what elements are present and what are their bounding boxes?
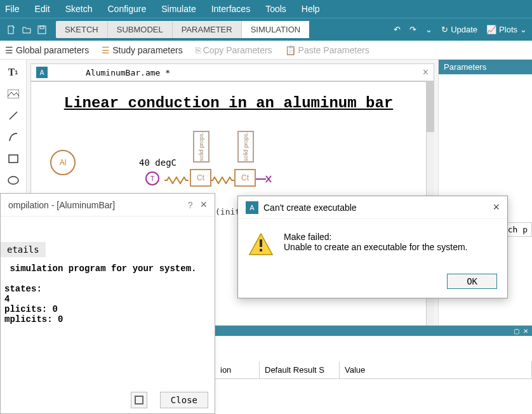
tab-submodel[interactable]: SUBMODEL [108,21,173,38]
close-button[interactable]: Close [160,392,208,408]
al-node[interactable]: Al [50,150,76,175]
results-pane-header: ▢ ✕ [215,326,532,336]
parameters-panel-header: Parameters [439,60,532,74]
error-title-bar: A Can't create executable × [238,196,507,219]
error-line1: Make failed: [284,232,468,242]
stop-button[interactable] [131,392,147,408]
document-tab: A AluminumBar.ame * × [30,63,434,81]
undo-icon[interactable]: ↶ [394,25,401,34]
error-line2: Unable to create an executable for the s… [284,242,468,252]
dropdown-icon[interactable]: ⌄ [425,25,432,34]
line-tool-icon[interactable] [7,109,20,122]
col-default-result[interactable]: Default Result S [260,361,340,378]
svg-rect-6 [9,155,18,163]
svg-rect-12 [260,239,262,247]
study-params-button[interactable]: ☰Study parameters [102,45,183,55]
menu-configure[interactable]: Configure [108,4,147,14]
topbar: SKETCH SUBMODEL PARAMETER SIMULATION ↶ ↷… [0,18,532,41]
global-params-button[interactable]: ☰Global parameters [5,45,89,55]
update-button[interactable]: ↻Update [441,25,477,34]
resistor-2[interactable] [210,175,234,183]
plots-button[interactable]: 📈Plots ⌄ [486,25,527,34]
image-tool-icon[interactable] [7,88,20,100]
curve-tool-icon[interactable] [7,131,20,144]
col-value[interactable]: Value [340,361,532,378]
copy-params-button[interactable]: ⎘Copy Parameters [196,45,272,55]
warning-icon [248,232,274,257]
app-icon: A [36,67,48,78]
menu-interfaces[interactable]: Interfaces [211,4,250,14]
paste-icon: 📋 [285,45,296,55]
param-toolbar: ☰Global parameters ☰Study parameters ⎘Co… [0,41,532,60]
new-icon[interactable] [5,23,18,36]
svg-line-5 [10,112,17,119]
close-tab-icon[interactable]: × [423,67,429,78]
svg-rect-0 [8,26,13,34]
menu-simulate[interactable]: Simulate [161,4,196,14]
solid-props-1[interactable]: solid props. [193,131,209,163]
error-title: Can't create executable [263,203,357,213]
compilation-panel: ompilation - [AluminumBar] ? × etails si… [0,193,215,414]
ellipse-tool-icon[interactable] [7,174,20,187]
diagram-title: Linear conduction in an aluminum bar [44,95,413,112]
close-icon[interactable]: × [200,198,207,211]
tab-parameter[interactable]: PARAMETER [173,21,242,38]
text-tool-icon[interactable]: T1 [7,66,20,79]
close-icon[interactable]: × [493,201,500,214]
menu-edit[interactable]: Edit [35,4,50,14]
error-dialog: A Can't create executable × Make failed:… [237,196,508,298]
compilation-title: ompilation - [AluminumBar] ? × [1,194,215,217]
copy-icon: ⎘ [196,45,201,55]
tab-sketch[interactable]: SKETCH [56,21,108,38]
ok-button[interactable]: OK [447,274,497,289]
svg-rect-13 [260,249,262,251]
ct-block-1[interactable]: Ct [190,169,211,187]
svg-point-7 [8,177,18,184]
maximize-icon[interactable]: ▢ [514,328,519,335]
help-icon[interactable]: ? [180,200,201,210]
compilation-output: simulation program for your system. stat… [1,257,215,331]
list-icon: ☰ [102,45,110,55]
results-pane: ▢ ✕ ion Default Result S Value [215,325,532,414]
end-terminator[interactable] [256,175,272,183]
toolbar-right: ↶ ↷ ⌄ ↻Update 📈Plots ⌄ [394,25,527,34]
rect-tool-icon[interactable] [7,152,20,165]
tab-simulation[interactable]: SIMULATION [242,21,310,38]
resistor-1[interactable] [164,175,189,183]
open-icon[interactable] [20,23,33,36]
menubar: File Edit Sketch Configure Simulate Inte… [0,0,532,18]
app-icon: A [246,201,258,214]
temp-label: 40 degC [139,157,176,168]
results-columns: ion Default Result S Value [215,361,532,379]
details-tab[interactable]: etails [1,242,46,257]
menu-tools[interactable]: Tools [265,4,286,14]
temperature-source[interactable]: T [145,171,159,185]
document-filename: AluminumBar.ame * [86,68,170,77]
redo-icon[interactable]: ↷ [409,25,416,34]
svg-rect-3 [40,26,44,29]
mode-tabs: SKETCH SUBMODEL PARAMETER SIMULATION [56,21,309,38]
svg-rect-2 [38,26,46,34]
menu-file[interactable]: File [5,4,20,14]
close-pane-icon[interactable]: ✕ [523,328,528,335]
save-icon[interactable] [36,23,48,36]
menu-help[interactable]: Help [302,4,320,14]
paste-params-button[interactable]: 📋Paste Parameters [285,45,369,55]
list-icon: ☰ [5,45,13,55]
col-ion[interactable]: ion [215,361,260,378]
menu-sketch[interactable]: Sketch [65,4,93,14]
solid-props-2[interactable]: solid props. [237,131,254,163]
ct-block-2[interactable]: Ct [234,169,256,187]
